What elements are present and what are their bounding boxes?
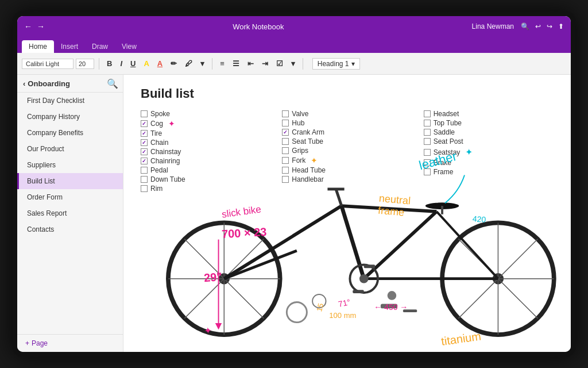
sidebar-collapse-arrow[interactable]: ‹ — [23, 79, 25, 88]
list-item: Tire — [141, 129, 270, 138]
svg-rect-29 — [381, 304, 397, 309]
bike-illustration — [123, 150, 571, 352]
italic-button[interactable]: I — [117, 58, 125, 69]
sidebar-item-sales-report[interactable]: Sales Report — [17, 205, 123, 221]
title-bar: ← → Work Notebook Lina Newman 🔍 ↩ ↪ ⬆ — [17, 16, 571, 37]
list-item: Top Tube — [424, 118, 554, 128]
increase-indent-button[interactable]: ⇥ — [259, 58, 271, 69]
checkbox-spoke[interactable] — [141, 110, 148, 117]
sidebar-header: ‹ Onboarding 🔍 — [17, 75, 123, 93]
font-selector[interactable] — [22, 59, 74, 69]
checkbox-hub[interactable] — [282, 120, 289, 126]
item-label: Seat Tube — [292, 137, 323, 145]
item-label: Crank Arm — [292, 128, 324, 136]
tab-view[interactable]: View — [115, 40, 144, 53]
search-icon[interactable]: 🔍 — [521, 22, 529, 30]
sidebar-item-company-benefits[interactable]: Company Benefits — [17, 125, 123, 141]
checkbox-button[interactable]: ☑ — [273, 58, 286, 69]
heading-label: Heading 1 — [318, 60, 349, 68]
font-color-button[interactable]: A — [154, 58, 165, 69]
checkbox-top-tube[interactable] — [424, 120, 431, 126]
user-name: Lina Newman — [472, 22, 514, 30]
content-area: Build list Spoke Cog✦ Tire Chain Chainst… — [123, 75, 571, 352]
undo-icon[interactable]: ↩ — [535, 22, 541, 30]
bike-area: leather neutralframe slick bike 700 × 23… — [123, 150, 571, 352]
item-label: Seat Post — [434, 137, 463, 145]
bold-button[interactable]: B — [104, 58, 115, 69]
erase-button[interactable]: 🖊 — [182, 58, 195, 69]
sidebar-item-build-list[interactable]: Build List — [17, 173, 123, 189]
item-label: Valve — [292, 110, 308, 118]
svg-line-17 — [224, 206, 341, 279]
checkbox-crank-arm[interactable] — [282, 129, 289, 136]
svg-line-12 — [342, 206, 364, 279]
svg-point-27 — [287, 302, 307, 323]
sidebar-item-our-product[interactable]: Our Product — [17, 141, 123, 157]
svg-rect-30 — [403, 309, 417, 312]
tab-home[interactable]: Home — [22, 40, 54, 53]
sidebar-item-company-history[interactable]: Company History — [17, 109, 123, 125]
highlight-button[interactable]: A — [141, 58, 152, 69]
checkbox-tire[interactable] — [141, 130, 148, 137]
toolbar: B I U A A ✏ 🖊 ▾ ≡ ☰ ⇤ ⇥ ☑ ▾ Heading 1 ▾ — [17, 53, 571, 75]
checkbox-headset[interactable] — [424, 110, 431, 117]
list-item: Chain — [141, 138, 270, 147]
font-size-selector[interactable] — [76, 59, 94, 69]
share-icon[interactable]: ⬆ — [558, 22, 564, 30]
title-bar-nav: ← → — [24, 22, 45, 31]
list-item: Headset — [424, 109, 554, 118]
heading-dropdown[interactable]: Heading 1 ▾ — [312, 58, 360, 70]
bullets-button[interactable]: ≡ — [217, 58, 227, 69]
add-page-button[interactable]: + Page — [17, 334, 123, 352]
star-annotation-cog: ✦ — [168, 119, 175, 128]
underline-button[interactable]: U — [127, 58, 138, 69]
svg-point-31 — [388, 291, 397, 300]
toolbar-separator-1 — [99, 58, 99, 70]
heading-dropdown-arrow: ▾ — [351, 60, 355, 68]
numbered-list-button[interactable]: ☰ — [230, 58, 242, 69]
format-dropdown[interactable]: ▾ — [198, 58, 207, 69]
redo-icon[interactable]: ↪ — [547, 22, 552, 30]
sidebar: ‹ Onboarding 🔍 First Day Checklist Compa… — [17, 75, 123, 352]
forward-arrow[interactable]: → — [37, 22, 45, 31]
decrease-indent-button[interactable]: ⇤ — [245, 58, 257, 69]
format-button[interactable]: ✏ — [168, 58, 180, 69]
checkbox-saddle[interactable] — [424, 129, 431, 136]
item-label: Headset — [434, 110, 459, 118]
add-page-icon: + — [25, 339, 29, 347]
title-bar-icons: 🔍 ↩ ↪ ⬆ — [521, 22, 564, 30]
sidebar-search-icon[interactable]: 🔍 — [107, 78, 117, 89]
sidebar-item-first-day[interactable]: First Day Checklist — [17, 93, 123, 109]
checkbox-valve[interactable] — [282, 110, 289, 117]
sidebar-item-contacts[interactable]: Contacts — [17, 221, 123, 237]
device-screen: ← → Work Notebook Lina Newman 🔍 ↩ ↪ ⬆ Ho… — [17, 16, 571, 352]
sidebar-item-suppliers[interactable]: Suppliers — [17, 157, 123, 173]
svg-point-24 — [359, 274, 369, 283]
ribbon-tabs: Home Insert Draw View — [17, 37, 571, 53]
list-item: Spoke — [141, 109, 270, 118]
back-arrow[interactable]: ← — [24, 22, 32, 31]
list-item: Cog✦ — [141, 118, 270, 129]
sidebar-item-order-form[interactable]: Order Form — [17, 189, 123, 205]
title-bar-right: Lina Newman 🔍 ↩ ↪ ⬆ — [472, 22, 564, 30]
list-item: Valve — [282, 109, 412, 118]
page-title: Build list — [141, 86, 554, 101]
tab-draw[interactable]: Draw — [85, 40, 115, 53]
checkbox-seat-post[interactable] — [424, 138, 431, 145]
item-label: Top Tube — [434, 119, 462, 127]
item-label: Tire — [150, 129, 162, 137]
checkbox-chain[interactable] — [141, 139, 148, 146]
item-label: Spoke — [150, 110, 170, 118]
svg-line-13 — [342, 206, 437, 212]
svg-rect-26 — [364, 264, 375, 268]
svg-line-19 — [336, 189, 342, 206]
list-item: Saddle — [424, 128, 554, 137]
checkbox-cog[interactable] — [141, 120, 148, 127]
checkbox-seat-tube[interactable] — [282, 138, 289, 145]
list-dropdown[interactable]: ▾ — [288, 58, 298, 69]
tab-insert[interactable]: Insert — [54, 40, 85, 53]
item-label: Chain — [150, 139, 168, 147]
toolbar-separator-2 — [212, 58, 212, 70]
item-label: Cog — [150, 120, 163, 128]
svg-rect-25 — [353, 290, 363, 293]
